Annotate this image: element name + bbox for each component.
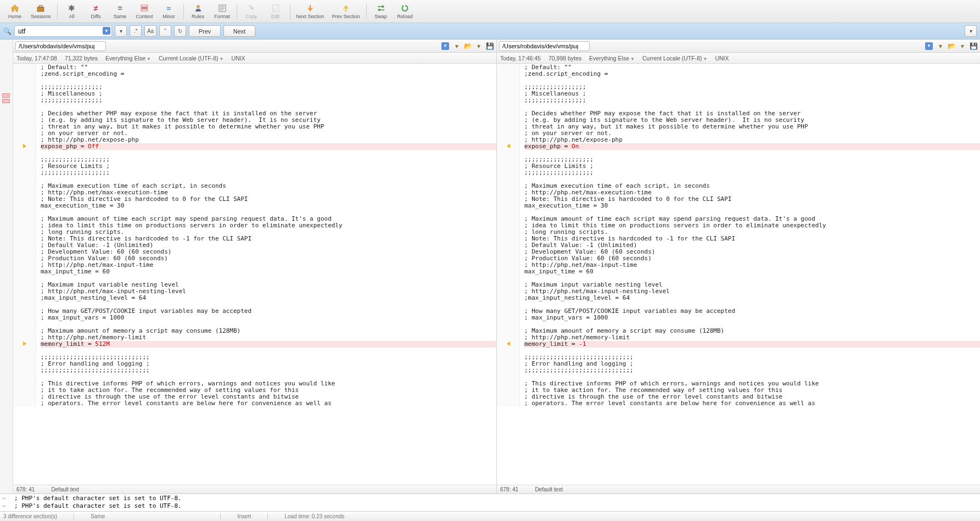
all-button[interactable]: ✱ All [60,1,83,22]
search-input[interactable] [14,25,112,37]
prev-button[interactable]: Prev [189,25,221,37]
swap-button[interactable]: Swap [369,1,393,22]
save-icon[interactable]: 💾 [485,42,494,51]
code-line-diff[interactable]: expose_php = On [524,143,980,150]
history-icon[interactable]: ▾ [452,42,461,51]
right-gutter [497,64,520,407]
result-row[interactable]: ⇨ ; PHP's default character set is set t… [0,494,980,502]
diffs-button[interactable]: ≠ Diffs [85,1,108,22]
code-line[interactable]: ; operators. The error level constants a… [524,400,980,407]
save-icon[interactable]: 💾 [969,42,978,51]
code-line[interactable]: ; max_input_vars = 1000 [41,315,496,321]
left-code-lines[interactable]: ; Default: "";zend.script_encoding =;;;;… [36,64,496,407]
code-line[interactable]: max_execution_time = 30 [524,203,980,209]
minor-button[interactable]: ≈ Minor [158,1,181,22]
next-section-button[interactable]: Next Section [293,1,328,22]
refresh-search-button[interactable]: ↻ [174,25,186,37]
code-line[interactable]: ; Miscellaneous ; [41,91,496,97]
copy-label: Copy [245,14,257,19]
case-button[interactable]: Aa [144,25,156,37]
diffs-label: Diffs [91,14,101,19]
code-line[interactable]: ; http://php.net/expose-php [41,137,496,143]
result-row[interactable]: ⇨ ; PHP's default character set is set t… [0,502,980,509]
code-line[interactable]: max_input_time = 60 [41,268,496,275]
code-line[interactable]: ;;;;;;;;;;;;;;;;;;;;;;;;;;;;;; [41,367,496,374]
status-insert: Insert [237,513,251,519]
edit-label: Edit [271,14,280,19]
right-everything[interactable]: Everything Else▼ [589,55,635,61]
left-info-bar: Today, 17:47:08 71,322 bytes Everything … [13,53,496,64]
overview-diff-marker[interactable] [2,93,10,98]
code-line[interactable]: ;;;;;;;;;;;;;;;;; [41,97,496,104]
reload-button[interactable]: Reload [394,1,417,22]
collapse-search-button[interactable]: ▾ [965,25,977,37]
code-line[interactable]: ;;;;;;;;;;;;;;;;;;; [41,170,496,176]
right-code-area[interactable]: ; Default: "";zend.script_encoding =;;;;… [497,64,980,485]
main-toolbar: Home Sessions ✱ All ≠ Diffs = Same Conte… [0,0,980,23]
right-code-lines[interactable]: ; Default: "";zend.script_encoding =;;;;… [520,64,980,407]
right-path-input[interactable] [499,41,590,51]
context-button[interactable]: Context [133,1,156,22]
code-line[interactable]: ; http://php.net/memory-limit [524,334,980,341]
dropdown-icon[interactable]: ▼ [441,42,449,50]
code-line[interactable]: ;max_input_nesting_level = 64 [41,295,496,301]
whole-word-button[interactable]: " [159,25,171,37]
code-line[interactable]: ; max_input_vars = 1000 [524,315,980,321]
same-button[interactable]: = Same [109,1,132,22]
next-button[interactable]: Next [223,25,255,37]
left-path-input[interactable] [15,41,106,51]
overview-diff-marker[interactable] [2,99,10,103]
sessions-button[interactable]: Sessions [27,1,54,22]
open-folder-icon[interactable]: 📂 [947,42,956,51]
left-lineend[interactable]: UNIX [231,55,245,61]
prev-section-button[interactable]: Prev Section [329,1,363,22]
code-line[interactable]: ;;;;;;;;;;;;;;;;; [524,97,980,104]
code-line-diff[interactable]: memory_limit = -1 [524,341,980,348]
svg-rect-2 [141,5,148,7]
search-icon: 🔍 [3,27,12,35]
code-line[interactable] [41,77,496,84]
code-line[interactable]: ; http://php.net/expose-php [524,137,980,143]
right-lineend[interactable]: UNIX [715,55,729,61]
more-icon[interactable]: ▾ [958,42,967,51]
code-line[interactable]: max_input_time = 60 [524,268,980,275]
right-coord: 678: 41 [500,486,518,492]
code-line[interactable]: ; Miscellaneous ; [524,91,980,97]
open-folder-icon[interactable]: 📂 [463,42,472,51]
copy-button[interactable]: Copy [240,1,263,22]
code-line[interactable]: ;;;;;;;;;;;;;;;;;;;;;;;;;;;;;; [524,367,980,374]
home-button[interactable]: Home [3,1,26,22]
code-line[interactable]: max_execution_time = 30 [41,203,496,209]
code-line[interactable]: ;zend.script_encoding = [524,71,980,77]
search-results[interactable]: ⇨ ; PHP's default character set is set t… [0,494,980,511]
regex-button[interactable]: .* [130,25,142,37]
result-text: ; PHP's default character set is set to … [14,495,182,502]
search-bar: 🔍 ▼ ▾ .* Aa " ↻ Prev Next ▾ [0,23,980,40]
search-dropdown-icon[interactable]: ▼ [103,27,110,35]
left-locale[interactable]: Current Locale (UTF-8)▼ [159,55,223,61]
code-line-diff[interactable]: memory_limit = 512M [41,341,496,348]
status-separator [220,513,221,520]
search-history-button[interactable]: ▾ [115,25,127,37]
svg-rect-3 [141,7,148,9]
code-line[interactable]: ;zend.script_encoding = [41,71,496,77]
code-line[interactable]: ;;;;;;;;;;;;;;;;;;; [524,170,980,176]
format-button[interactable]: Format [211,1,234,22]
edit-button[interactable]: Edit [264,1,287,22]
overview-strip[interactable] [0,40,13,494]
code-line[interactable]: ;max_input_nesting_level = 64 [524,295,980,301]
right-coord-label: Default text [535,486,563,492]
arrow-down-icon [307,3,313,13]
code-line[interactable]: ;;;;;;;;;;;;;;;;; [524,84,980,91]
code-line[interactable] [524,77,980,84]
right-locale[interactable]: Current Locale (UTF-8)▼ [642,55,707,61]
code-line[interactable]: ;;;;;;;;;;;;;;;;; [41,84,496,91]
dropdown-icon[interactable]: ▼ [925,42,933,50]
more-icon[interactable]: ▾ [474,42,483,51]
history-icon[interactable]: ▾ [936,42,945,51]
code-line-diff[interactable]: expose_php = Off [41,143,496,150]
code-line[interactable]: ; operators. The error level constants a… [41,400,496,407]
left-everything[interactable]: Everything Else▼ [105,55,151,61]
left-code-area[interactable]: ; Default: "";zend.script_encoding =;;;;… [13,64,496,485]
rules-button[interactable]: Rules [187,1,210,22]
